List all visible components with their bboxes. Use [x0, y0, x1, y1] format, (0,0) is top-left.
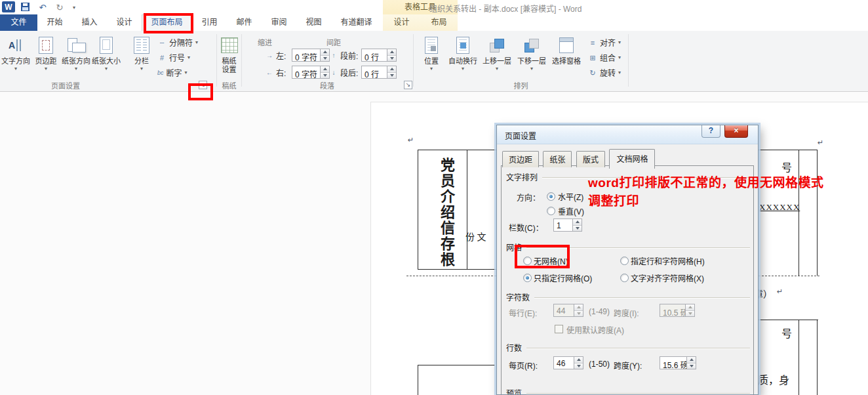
- word-logo-icon[interactable]: W: [2, 1, 15, 12]
- dialog-tab-layout[interactable]: 版式: [576, 151, 605, 167]
- radio-vertical[interactable]: [547, 207, 555, 215]
- space-before-spinner[interactable]: 0 行: [361, 49, 397, 62]
- orientation-label: 纸张方向: [62, 57, 90, 65]
- tab-insert[interactable]: 插入: [72, 14, 107, 31]
- quick-access-dropdown[interactable]: ▾: [69, 1, 79, 13]
- tab-home[interactable]: 开始: [37, 14, 72, 31]
- align-label: 对齐: [600, 37, 616, 48]
- table-tools-tab-group: 设计 布局: [383, 14, 458, 31]
- rotate-button[interactable]: 旋转: [587, 66, 622, 79]
- radio-lines-and-chars[interactable]: [620, 257, 629, 265]
- tab-design[interactable]: 设计: [107, 14, 142, 31]
- orientation-button[interactable]: 纸张方向: [61, 33, 91, 82]
- annotation-text-line2: 调整打印: [588, 191, 639, 209]
- paper-size-button[interactable]: 纸张大小: [91, 33, 121, 82]
- radio-lines-only[interactable]: [523, 274, 532, 282]
- hyphenation-label: 断字: [167, 67, 182, 78]
- spinner-arrows[interactable]: [686, 357, 696, 369]
- columns-button[interactable]: 分栏: [128, 33, 155, 82]
- selection-pane-button[interactable]: 选择窗格: [550, 33, 583, 82]
- spinner-arrows[interactable]: [320, 49, 329, 61]
- page-break-icon: [157, 38, 167, 47]
- highlight-page-layout-tab: [144, 13, 193, 33]
- position-button[interactable]: 位置: [418, 33, 445, 82]
- direction-label: 方向：: [517, 192, 540, 203]
- bring-forward-button[interactable]: 上移一层: [481, 33, 513, 82]
- tab-references[interactable]: 引用: [192, 14, 227, 31]
- table-border-line: [418, 150, 418, 270]
- table-border-line: [418, 365, 418, 395]
- dialog-tab-strip: 页边距 纸张 版式 文档网格: [502, 149, 656, 169]
- paragraph-mark: ↵: [818, 138, 823, 147]
- radio-char-align-label[interactable]: 文字对齐字符网格(X): [631, 272, 704, 283]
- spinner-arrows: [685, 304, 694, 316]
- stub-vertical-title: 党员介绍信存根: [435, 157, 456, 272]
- margins-button[interactable]: 页边距: [31, 33, 61, 82]
- tab-view[interactable]: 视图: [296, 14, 331, 31]
- use-default-pitch-label[interactable]: 使用默认跨度(A): [566, 324, 624, 335]
- number-char-bottom: 号: [781, 325, 792, 341]
- radio-lines-only-label[interactable]: 只指定行网格(O): [534, 272, 592, 283]
- dialog-tab-paper[interactable]: 纸张: [543, 151, 572, 167]
- hyphenation-button[interactable]: bc 断字: [156, 66, 189, 79]
- dialog-close-button[interactable]: ×: [724, 125, 748, 138]
- dialog-title: 页面设置: [505, 130, 536, 141]
- breaks-button[interactable]: 分隔符: [156, 35, 199, 49]
- indent-right-spinner[interactable]: 0 字符: [292, 66, 330, 79]
- breaks-label: 分隔符: [169, 37, 193, 48]
- chevron-down-icon: [128, 66, 155, 72]
- spinner-arrows[interactable]: [387, 49, 396, 61]
- columns-label: 分栏: [134, 57, 149, 65]
- radio-horizontal[interactable]: [547, 192, 555, 201]
- indent-left-spinner[interactable]: 0 字符: [292, 49, 330, 62]
- spinner-arrows[interactable]: [572, 219, 582, 231]
- spinner-arrows[interactable]: [320, 66, 329, 78]
- chars-per-line-spinner: 44: [553, 304, 583, 317]
- tab-table-layout[interactable]: 布局: [420, 14, 458, 31]
- bring-forward-label: 上移一层: [483, 57, 511, 65]
- wrap-text-button[interactable]: 自动换行: [446, 33, 479, 82]
- table-border-line: [467, 150, 467, 270]
- wrap-text-icon: [456, 37, 469, 54]
- save-button[interactable]: [20, 1, 30, 12]
- spinner-arrows[interactable]: [574, 357, 583, 369]
- radio-vertical-label[interactable]: 垂直(V): [558, 205, 584, 217]
- manuscript-grid-button[interactable]: 稿纸设置: [218, 33, 241, 82]
- line-pitch-spinner[interactable]: 15.6 磅: [660, 356, 696, 369]
- undo-button[interactable]: ↶: [37, 1, 49, 13]
- cut-line-dashed: [759, 276, 819, 276]
- tab-table-design[interactable]: 设计: [383, 14, 420, 31]
- dialog-tab-margins[interactable]: 页边距: [502, 151, 539, 167]
- group-arrange: 位置 自动换行 上移一层 下移一层 选择窗格 对齐 组合 旋转: [414, 31, 628, 91]
- send-backward-button[interactable]: 下移一层: [515, 33, 548, 82]
- spacing-header: 间距: [326, 37, 341, 47]
- group-lines: 行数: [506, 342, 750, 353]
- lines-per-page-spinner[interactable]: 46: [553, 356, 583, 369]
- use-default-pitch-checkbox[interactable]: [555, 325, 563, 333]
- redo-button[interactable]: ↻: [54, 1, 66, 13]
- tab-review[interactable]: 审阅: [262, 14, 296, 31]
- columns-count-spinner[interactable]: 1: [553, 218, 582, 232]
- dialog-tab-doc-grid[interactable]: 文档网格: [609, 149, 655, 169]
- line-numbers-icon: [157, 53, 167, 62]
- radio-char-align[interactable]: [620, 274, 629, 282]
- highlight-dialog-launcher: [188, 83, 213, 100]
- line-numbers-button[interactable]: 行号: [156, 51, 191, 64]
- line-pitch-label: 跨度(Y):: [614, 360, 642, 371]
- space-after-spinner[interactable]: 0 行: [361, 66, 397, 79]
- cut-line-dashed: [406, 276, 496, 276]
- radio-lines-and-chars-label[interactable]: 指定行和字符网格(H): [631, 255, 705, 266]
- group-objects-button[interactable]: 组合: [587, 51, 622, 64]
- text-direction-button[interactable]: 文字方向: [1, 33, 31, 82]
- spinner-arrows[interactable]: [387, 66, 396, 78]
- tab-mailings[interactable]: 邮件: [227, 14, 262, 31]
- group-preview: 预览: [506, 387, 750, 395]
- align-button[interactable]: 对齐: [587, 35, 622, 49]
- tab-file[interactable]: 文件: [0, 14, 37, 31]
- paragraph-dialog-launcher[interactable]: [404, 81, 412, 89]
- hyphenation-icon: bc: [157, 70, 164, 76]
- line-numbers-label: 行号: [169, 52, 185, 63]
- tab-youdao-translate[interactable]: 有道翻译: [331, 14, 382, 31]
- radio-horizontal-label[interactable]: 水平(Z): [558, 191, 583, 202]
- dialog-help-button[interactable]: ?: [701, 125, 720, 138]
